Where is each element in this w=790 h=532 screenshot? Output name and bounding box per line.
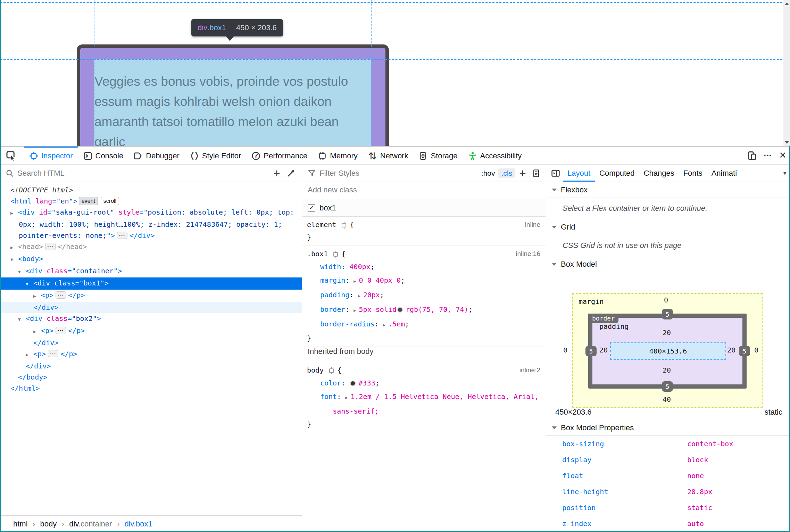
declaration-width[interactable]: width: 400px; <box>302 260 546 274</box>
tab-label: Accessibility <box>480 151 522 160</box>
tree-row-close-div-container[interactable]: </div> <box>0 360 302 372</box>
scroll-down-arrow-icon[interactable] <box>785 141 789 144</box>
box-model-content-region[interactable]: 400×153.6 <box>610 342 726 360</box>
property-row-display[interactable]: display block <box>546 452 790 468</box>
tree-row-p[interactable]: ▶<p>···</p> <box>0 325 302 337</box>
tree-row-close-html[interactable]: </html> <box>0 383 302 394</box>
add-node-button[interactable] <box>270 169 284 177</box>
tree-row-p[interactable]: ▶<p>···</p> <box>0 348 302 360</box>
meatball-menu-button[interactable]: ••• <box>760 147 775 164</box>
padding-right-value[interactable]: 20 <box>727 346 735 354</box>
node-picker-button[interactable] <box>2 147 20 164</box>
flexbox-section-header[interactable]: Flexbox <box>546 182 790 198</box>
rule-selector[interactable]: body { <box>302 364 546 376</box>
sidebar-tab-computed[interactable]: Computed <box>595 165 639 182</box>
tab-network[interactable]: Network <box>363 147 414 164</box>
property-row-box-sizing[interactable]: box-sizing content-box <box>546 436 790 452</box>
tree-row-close-div-box2[interactable]: </div> <box>0 337 302 348</box>
property-row-line-height[interactable]: line-height 28.8px <box>546 484 790 500</box>
property-row-z-index[interactable]: z-index auto <box>546 516 790 532</box>
declaration-border[interactable]: border: ▶5px solidrgb(75, 70, 74); <box>302 303 546 317</box>
rule-source-link[interactable]: inline:2 <box>519 366 540 374</box>
margin-right-value[interactable]: 0 <box>754 346 758 354</box>
sidebar-tab-animations[interactable]: Animati <box>707 165 737 182</box>
scroll-up-arrow-icon[interactable] <box>785 2 789 5</box>
class-panel-cls-button[interactable]: .cls <box>498 168 516 178</box>
tree-row-html[interactable]: <html lang="en">eventscroll <box>0 196 302 207</box>
tree-row-head[interactable]: ▶<head>···</head> <box>0 241 302 253</box>
margin-left-value[interactable]: 0 <box>563 346 567 354</box>
tab-memory[interactable]: Memory <box>313 147 363 164</box>
tab-accessibility[interactable]: Accessibility <box>463 147 527 164</box>
sidebar-tab-changes[interactable]: Changes <box>639 165 679 182</box>
box-model-section-header[interactable]: Box Model <box>546 256 790 272</box>
all-tabs-dropdown-button[interactable]: ▼ <box>782 165 790 182</box>
rule-source-link[interactable]: inline:16 <box>516 250 540 258</box>
property-row-position[interactable]: position static <box>546 500 790 516</box>
tree-row-p[interactable]: ▶<p>···</p> <box>0 290 302 302</box>
tree-row-close-body[interactable]: </body> <box>0 372 302 383</box>
declaration-border-radius[interactable]: border-radius: ▶.5em; <box>302 317 546 332</box>
console-icon <box>83 151 92 160</box>
print-media-simulation-button[interactable] <box>530 169 542 177</box>
breadcrumb: html › body › div.container › div.box1 <box>0 515 302 532</box>
breadcrumb-item-div-container[interactable]: div.container <box>69 519 112 529</box>
declaration-color[interactable]: color: #333; <box>302 376 546 390</box>
tab-style-editor[interactable]: Style Editor <box>185 147 247 164</box>
declaration-font-cont[interactable]: sans-serif; <box>302 405 546 418</box>
tab-inspector[interactable]: Inspector <box>24 147 78 164</box>
sidebar-toggle-button[interactable] <box>548 165 563 182</box>
rule-box1[interactable]: .box1 { inline:16 width: 400px; margin: … <box>302 246 546 347</box>
border-right-value[interactable]: 5 <box>739 346 750 356</box>
sidebar-tab-layout[interactable]: Layout <box>563 165 595 182</box>
add-new-class-input[interactable] <box>308 185 534 194</box>
filter-styles-input[interactable] <box>319 169 474 178</box>
breadcrumb-item-div-box1-selected[interactable]: div.box1 <box>124 519 152 529</box>
inherited-from-body-header: Inherited from body <box>302 347 546 362</box>
tree-row-body[interactable]: ▼<body> <box>0 253 302 265</box>
margin-bottom-value[interactable]: 40 <box>663 395 671 404</box>
add-rule-button[interactable] <box>515 169 530 177</box>
declaration-padding[interactable]: padding: ▶20px; <box>302 288 546 303</box>
box-model-margin-region[interactable]: margin 0 40 0 0 border 5 5 5 5 padding 2… <box>572 293 763 408</box>
declaration-font[interactable]: font: ▶1.2em / 1.5 Helvetica Neue, Helve… <box>302 390 546 405</box>
sidebar-tab-fonts[interactable]: Fonts <box>679 165 707 182</box>
border-top-value[interactable]: 5 <box>662 309 673 319</box>
rule-selector[interactable]: element { <box>302 218 546 231</box>
padding-bottom-value[interactable]: 20 <box>663 366 671 374</box>
breadcrumb-item-body[interactable]: body <box>40 519 57 529</box>
grid-section-header[interactable]: Grid <box>546 219 790 235</box>
rule-source-link[interactable]: inline <box>525 221 540 228</box>
border-left-value[interactable]: 5 <box>585 346 597 356</box>
breadcrumb-item-html[interactable]: html <box>13 519 28 529</box>
tab-storage[interactable]: Storage <box>413 147 463 164</box>
eyedropper-button[interactable] <box>284 169 298 177</box>
tree-row-div-container[interactable]: ▼<div class="container"> <box>0 265 302 277</box>
property-row-float[interactable]: float none <box>546 468 790 484</box>
padding-left-value[interactable]: 20 <box>599 346 608 354</box>
margin-top-value[interactable]: 0 <box>664 296 668 304</box>
box-model-properties-header[interactable]: Box Model Properties <box>546 420 790 436</box>
rule-selector[interactable]: .box1 { <box>302 248 546 260</box>
tree-row-saka-gui-root-cont[interactable]: 0px; width: 100%; height…100%; z-index: … <box>0 219 302 230</box>
padding-top-value[interactable]: 20 <box>663 329 671 337</box>
rule-element[interactable]: element { inline } <box>302 217 546 246</box>
tree-row-close-div-box1[interactable]: </div> <box>0 302 302 313</box>
tab-debugger[interactable]: Debugger <box>128 147 185 164</box>
tree-row-doctype[interactable]: <!DOCTYPE html> <box>0 184 302 196</box>
search-html-input[interactable] <box>17 169 264 178</box>
tree-row-saka-gui-root-cont[interactable]: pointer-events: none;">···</div> <box>0 230 302 241</box>
tab-console[interactable]: Console <box>78 147 129 164</box>
tree-row-div-box2[interactable]: ▼<div class="box2"> <box>0 313 302 325</box>
tree-row-div-box1-selected[interactable]: ▼<div class="box1"> <box>0 277 302 290</box>
pseudo-class-hov-button[interactable]: :hov <box>478 168 498 178</box>
close-devtools-button[interactable]: ✕ <box>775 147 790 164</box>
class-box1-checkbox[interactable]: ✓ <box>308 204 315 212</box>
tree-row-saka-gui-root[interactable]: ▶<div id="saka-gui-root" style="position… <box>0 207 302 219</box>
border-bottom-value[interactable]: 5 <box>662 381 673 392</box>
responsive-design-button[interactable] <box>743 147 760 164</box>
declaration-margin[interactable]: margin: ▶0 0 40px 0; <box>302 274 546 288</box>
rule-body[interactable]: body { inline:2 color: #333; font: ▶1.2e… <box>302 362 546 433</box>
page-scrollbar[interactable] <box>783 0 790 146</box>
tab-performance[interactable]: Performance <box>246 147 313 164</box>
